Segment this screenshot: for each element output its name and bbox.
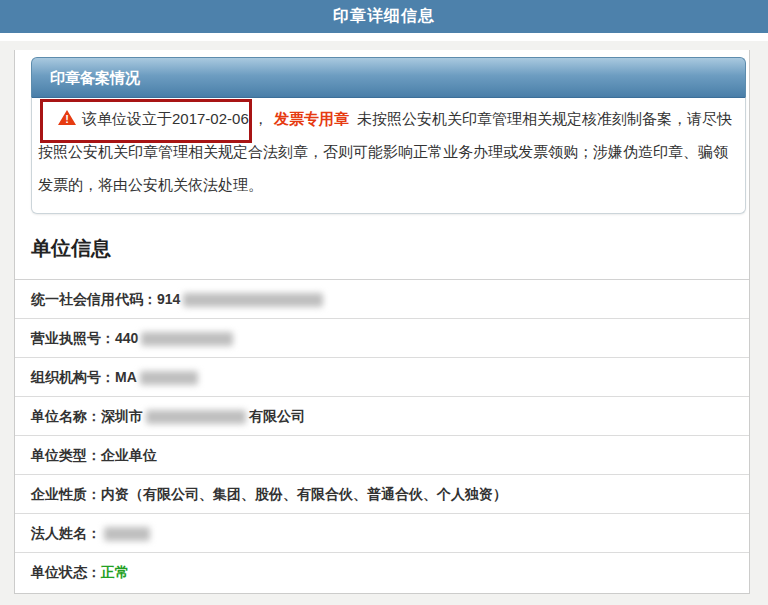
redacted-value-block <box>141 332 233 346</box>
row-label: 营业执照号： <box>31 330 115 346</box>
row-label: 单位类型： <box>31 447 101 463</box>
row-label: 单位名称： <box>31 408 101 424</box>
redacted-value-block <box>183 293 323 307</box>
row-value: MA <box>115 369 137 385</box>
seal-filing-panel: 印章备案情况 该单位设立于2017-02-06 ，发票专用章未按照公安机关印章管… <box>31 57 746 214</box>
info-row-business-license: 营业执照号：440 <box>15 319 749 358</box>
info-row-legal-person: 法人姓名： <box>15 514 749 553</box>
row-value: 企业单位 <box>101 447 157 463</box>
info-row-credit-code: 统一社会信用代码：914 <box>15 280 749 319</box>
row-value: 914 <box>157 291 180 307</box>
unit-info-section-title: 单位信息 <box>31 235 749 262</box>
row-label: 法人姓名： <box>31 525 101 541</box>
row-label: 统一社会信用代码： <box>31 291 157 307</box>
row-label: 组织机构号： <box>31 369 115 385</box>
unit-info-table: 统一社会信用代码：914 营业执照号：440 组织机构号：MA 单位名称：深圳市… <box>15 279 749 592</box>
redacted-value-block <box>104 527 150 541</box>
row-value: 内资（有限公司、集团、股份、有限合伙、普通合伙、个人独资） <box>101 486 507 502</box>
info-row-enterprise-nature: 企业性质：内资（有限公司、集团、股份、有限合伙、普通合伙、个人独资） <box>15 475 749 514</box>
row-value-suffix: 有限公司 <box>249 408 305 424</box>
warning-icon <box>58 110 76 125</box>
warning-paragraph: 该单位设立于2017-02-06 ，发票专用章未按照公安机关印章管理相关规定核准… <box>38 102 737 201</box>
info-row-unit-type: 单位类型：企业单位 <box>15 436 749 475</box>
row-label: 企业性质： <box>31 486 101 502</box>
seal-name-text: 发票专用章 <box>274 110 349 127</box>
row-label: 单位状态： <box>31 564 101 580</box>
row-value: 440 <box>115 330 138 346</box>
status-badge: 正常 <box>101 564 129 580</box>
header-divider-strip <box>0 33 768 41</box>
redacted-value-block <box>140 371 198 385</box>
info-row-unit-status: 单位状态：正常 <box>15 553 749 592</box>
page-title: 印章详细信息 <box>333 6 435 27</box>
warning-date-text: 该单位设立于2017-02-06 ， <box>82 110 268 127</box>
seal-filing-panel-header: 印章备案情况 <box>31 57 746 97</box>
content-container: 印章备案情况 该单位设立于2017-02-06 ，发票专用章未按照公安机关印章管… <box>14 50 750 594</box>
info-row-unit-name: 单位名称：深圳市有限公司 <box>15 397 749 436</box>
info-row-org-code: 组织机构号：MA <box>15 358 749 397</box>
redacted-value-block <box>146 410 246 424</box>
seal-filing-panel-body: 该单位设立于2017-02-06 ，发票专用章未按照公安机关印章管理相关规定核准… <box>31 97 746 214</box>
row-value: 深圳市 <box>101 408 143 424</box>
page-header-bar: 印章详细信息 <box>0 0 768 33</box>
